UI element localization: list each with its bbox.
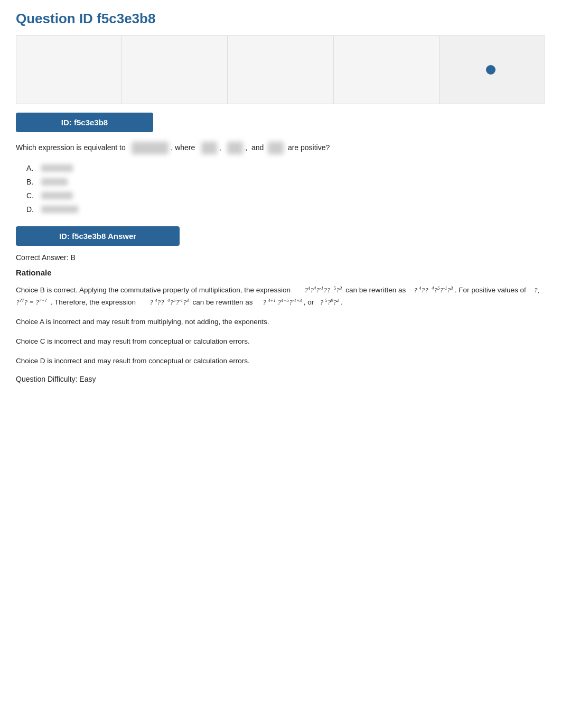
math-expr-6: ? 5?9?2 (320, 298, 341, 306)
question-var2 (227, 142, 243, 154)
math-expr-4: ? 4?? 4?5?-1?3 (149, 298, 191, 306)
question-var3 (268, 142, 284, 154)
rationale-choice-a: Choice A is incorrect and may result fro… (16, 316, 545, 328)
question-expression (132, 142, 169, 154)
rationale-choice-c: Choice C is incorrect and may result fro… (16, 336, 545, 348)
choice-row-a: A. (26, 164, 545, 172)
image-cell-5 (440, 36, 545, 104)
image-cell-4 (334, 36, 440, 104)
page-title: Question ID f5c3e3b8 (16, 11, 545, 27)
math-expr-5: ? 4+1 ?4+5?-1+3 (263, 298, 303, 306)
choice-label-c: C. (26, 191, 37, 200)
image-cell-2 (122, 36, 228, 104)
question-comma2: , (245, 143, 247, 152)
choice-label-b: B. (26, 178, 37, 186)
question-where: , where (171, 143, 195, 152)
choice-row-b: B. (26, 178, 545, 186)
rationale-choice-d: Choice D is incorrect and may result fro… (16, 355, 545, 367)
blue-dot-icon (486, 65, 495, 75)
rationale-block: Rationale Choice B is correct. Applying … (16, 268, 545, 383)
choice-row-c: C. (26, 191, 545, 200)
question-var1 (201, 142, 217, 154)
rationale-title: Rationale (16, 268, 545, 277)
image-cell-1 (16, 36, 122, 104)
image-strip (16, 35, 545, 104)
choice-content-b (41, 178, 68, 186)
math-expr-2: ? 4?? 4?5?-1?3 (414, 286, 455, 294)
question-id-button[interactable]: ID: f5c3e3b8 (16, 113, 153, 132)
choice-label-d: D. (26, 205, 37, 214)
answer-id-button[interactable]: ID: f5c3e3b8 Answer (16, 226, 180, 246)
question-comma1: , (219, 143, 221, 152)
question-line: Which expression is equivalent to , wher… (16, 142, 545, 154)
choice-row-d: D. (26, 205, 545, 214)
image-cell-3 (228, 36, 333, 104)
choice-content-d (41, 206, 78, 213)
question-difficulty: Question Difficulty: Easy (16, 375, 545, 383)
choice-label-a: A. (26, 164, 37, 172)
correct-answer: Correct Answer: B (16, 253, 545, 262)
math-expr-1: ?4?4?-1?? 5?3 (304, 286, 343, 294)
question-prefix: Which expression is equivalent to (16, 143, 126, 152)
choices-list: A. B. C. D. (26, 164, 545, 214)
choice-content-a (41, 164, 73, 172)
choice-content-c (41, 192, 73, 199)
rationale-choice-b: Choice B is correct. Applying the commut… (16, 284, 545, 309)
